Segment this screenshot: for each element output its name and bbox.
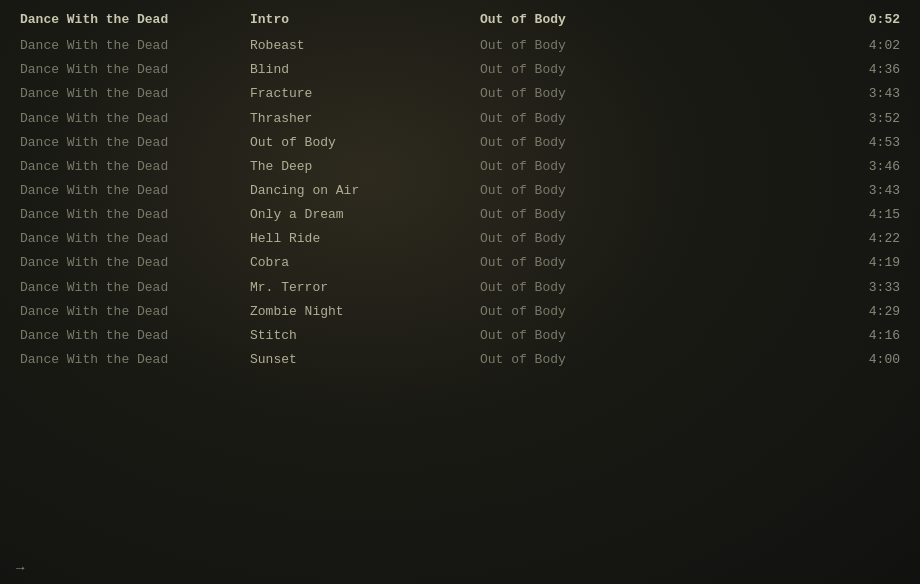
track-title: The Deep	[250, 157, 480, 177]
track-artist: Dance With the Dead	[20, 229, 250, 249]
track-row[interactable]: Dance With the Dead Hell Ride Out of Bod…	[0, 227, 920, 251]
track-rows: Dance With the Dead Robeast Out of Body …	[0, 34, 920, 372]
track-artist: Dance With the Dead	[20, 36, 250, 56]
track-artist: Dance With the Dead	[20, 84, 250, 104]
track-title: Robeast	[250, 36, 480, 56]
track-row[interactable]: Dance With the Dead Fracture Out of Body…	[0, 82, 920, 106]
track-row[interactable]: Dance With the Dead Blind Out of Body 4:…	[0, 58, 920, 82]
track-row[interactable]: Dance With the Dead Mr. Terror Out of Bo…	[0, 276, 920, 300]
track-list: Dance With the Dead Intro Out of Body 0:…	[0, 0, 920, 380]
track-duration: 4:22	[680, 229, 900, 249]
track-title: Thrasher	[250, 109, 480, 129]
track-album: Out of Body	[480, 84, 680, 104]
track-title: Fracture	[250, 84, 480, 104]
track-duration: 3:33	[680, 278, 900, 298]
track-duration: 4:36	[680, 60, 900, 80]
track-artist: Dance With the Dead	[20, 133, 250, 153]
track-duration: 4:15	[680, 205, 900, 225]
track-album: Out of Body	[480, 229, 680, 249]
track-row[interactable]: Dance With the Dead Out of Body Out of B…	[0, 131, 920, 155]
track-album: Out of Body	[480, 205, 680, 225]
track-title: Blind	[250, 60, 480, 80]
track-row[interactable]: Dance With the Dead Dancing on Air Out o…	[0, 179, 920, 203]
track-artist: Dance With the Dead	[20, 350, 250, 370]
track-duration: 3:43	[680, 84, 900, 104]
track-artist: Dance With the Dead	[20, 157, 250, 177]
track-album: Out of Body	[480, 326, 680, 346]
header-album: Out of Body	[480, 10, 680, 30]
track-title: Only a Dream	[250, 205, 480, 225]
track-album: Out of Body	[480, 157, 680, 177]
track-album: Out of Body	[480, 109, 680, 129]
track-duration: 3:46	[680, 157, 900, 177]
track-row[interactable]: Dance With the Dead Only a Dream Out of …	[0, 203, 920, 227]
header-duration: 0:52	[680, 10, 900, 30]
header-artist: Dance With the Dead	[20, 10, 250, 30]
track-album: Out of Body	[480, 278, 680, 298]
track-duration: 4:53	[680, 133, 900, 153]
track-album: Out of Body	[480, 181, 680, 201]
track-album: Out of Body	[480, 253, 680, 273]
track-duration: 4:00	[680, 350, 900, 370]
track-row[interactable]: Dance With the Dead Zombie Night Out of …	[0, 300, 920, 324]
track-album: Out of Body	[480, 133, 680, 153]
track-duration: 4:19	[680, 253, 900, 273]
track-title: Stitch	[250, 326, 480, 346]
track-title: Dancing on Air	[250, 181, 480, 201]
track-duration: 4:02	[680, 36, 900, 56]
track-album: Out of Body	[480, 302, 680, 322]
track-artist: Dance With the Dead	[20, 181, 250, 201]
track-artist: Dance With the Dead	[20, 205, 250, 225]
track-artist: Dance With the Dead	[20, 302, 250, 322]
track-row[interactable]: Dance With the Dead Thrasher Out of Body…	[0, 107, 920, 131]
track-row[interactable]: Dance With the Dead Robeast Out of Body …	[0, 34, 920, 58]
track-row[interactable]: Dance With the Dead The Deep Out of Body…	[0, 155, 920, 179]
header-title: Intro	[250, 10, 480, 30]
track-album: Out of Body	[480, 60, 680, 80]
track-artist: Dance With the Dead	[20, 60, 250, 80]
track-title: Out of Body	[250, 133, 480, 153]
track-artist: Dance With the Dead	[20, 109, 250, 129]
track-album: Out of Body	[480, 350, 680, 370]
track-duration: 3:43	[680, 181, 900, 201]
track-artist: Dance With the Dead	[20, 253, 250, 273]
track-title: Sunset	[250, 350, 480, 370]
track-artist: Dance With the Dead	[20, 326, 250, 346]
track-duration: 4:16	[680, 326, 900, 346]
track-duration: 4:29	[680, 302, 900, 322]
track-artist: Dance With the Dead	[20, 278, 250, 298]
track-title: Zombie Night	[250, 302, 480, 322]
track-title: Cobra	[250, 253, 480, 273]
track-duration: 3:52	[680, 109, 900, 129]
track-row[interactable]: Dance With the Dead Cobra Out of Body 4:…	[0, 251, 920, 275]
track-album: Out of Body	[480, 36, 680, 56]
bottom-arrow: →	[16, 560, 24, 576]
track-row[interactable]: Dance With the Dead Stitch Out of Body 4…	[0, 324, 920, 348]
track-row[interactable]: Dance With the Dead Sunset Out of Body 4…	[0, 348, 920, 372]
track-title: Mr. Terror	[250, 278, 480, 298]
track-title: Hell Ride	[250, 229, 480, 249]
track-list-header: Dance With the Dead Intro Out of Body 0:…	[0, 8, 920, 32]
